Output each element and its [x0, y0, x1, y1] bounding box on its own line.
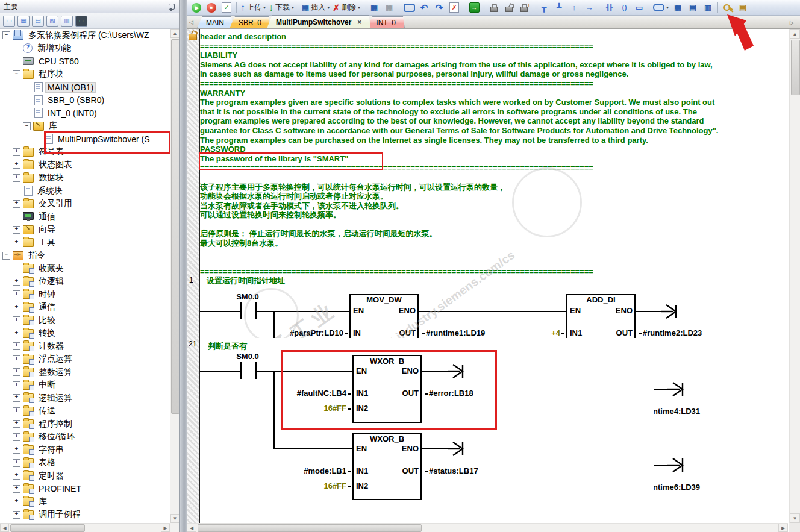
tree-item[interactable]: −通信	[0, 210, 170, 224]
dropdown-caret-icon[interactable]: ▾	[358, 5, 360, 10]
data-block-icon[interactable]: ▧	[46, 16, 58, 27]
expand-plus-icon[interactable]: +	[13, 498, 20, 505]
tree-item[interactable]: +字符串	[0, 443, 170, 457]
delete-button[interactable]: ✗删除▾	[331, 1, 361, 14]
tab-int_0[interactable]: INT_0	[367, 16, 405, 28]
dropdown-caret-icon[interactable]: ▾	[666, 5, 669, 10]
tab-sbr_0[interactable]: SBR_0	[230, 16, 270, 28]
expand-plus-icon[interactable]: +	[13, 368, 20, 376]
collapse-minus-icon[interactable]: −	[13, 70, 20, 78]
expand-plus-icon[interactable]: +	[13, 459, 20, 467]
expand-plus-icon[interactable]: +	[13, 511, 20, 519]
undo-icon[interactable]: ↶	[417, 1, 431, 14]
operand[interactable]: #runtime2:LD23	[639, 328, 702, 337]
ladder-editor[interactable]: 西门子工业 support.industry.siemens.com/cs he…	[187, 29, 788, 523]
operand-constant[interactable]: +4	[531, 328, 564, 337]
expand-plus-icon[interactable]: +	[13, 485, 20, 493]
tree-hscroll-thumb[interactable]	[10, 524, 85, 532]
scroll-down-icon[interactable]: ▼	[790, 513, 800, 523]
lock-add-icon[interactable]	[517, 1, 531, 14]
tree-item[interactable]: +工具	[0, 236, 170, 249]
tree-item[interactable]: +计数器	[0, 340, 170, 353]
branch-up-icon[interactable]: ┻	[552, 1, 566, 14]
tree-item[interactable]: +状态图表	[0, 158, 170, 172]
expand-plus-icon[interactable]: +	[13, 355, 20, 363]
tree-item[interactable]: +比较	[0, 314, 170, 327]
operand-constant[interactable]: 16#FF	[295, 481, 351, 490]
scroll-up-icon[interactable]: ▲	[170, 29, 180, 38]
tree-item[interactable]: +PROFINET	[0, 483, 170, 496]
expand-plus-icon[interactable]: +	[13, 394, 20, 402]
tab-close-icon[interactable]: ×	[357, 18, 361, 27]
expand-plus-icon[interactable]: +	[13, 420, 20, 428]
expand-plus-icon[interactable]: +	[13, 278, 20, 286]
dropdown-caret-icon[interactable]: ▾	[327, 5, 330, 10]
expand-plus-icon[interactable]: +	[13, 226, 20, 234]
tree-horizontal-scrollbar[interactable]: ◀ ▶	[0, 523, 170, 532]
contact-icon[interactable]: ┨┠	[602, 1, 616, 14]
expand-plus-icon[interactable]: +	[13, 407, 20, 415]
expand-plus-icon[interactable]: +	[13, 148, 20, 156]
coil-icon[interactable]: ( )	[617, 1, 631, 14]
panel-splitter[interactable]	[179, 0, 187, 532]
redo-icon[interactable]: ↷	[432, 1, 446, 14]
expand-plus-icon[interactable]: +	[13, 433, 20, 441]
lock-icon[interactable]	[487, 1, 501, 14]
tree-item[interactable]: −多泵轮换案例程序 (C:\Users\WZ	[0, 29, 170, 42]
operand[interactable]: #mode:LB1	[258, 466, 351, 475]
tree-item[interactable]: +库	[0, 495, 170, 509]
expand-plus-icon[interactable]: +	[13, 342, 20, 350]
scroll-up-icon[interactable]: ▲	[790, 29, 800, 39]
dropdown-caret-icon[interactable]: ▾	[263, 5, 266, 10]
expand-plus-icon[interactable]: +	[13, 290, 20, 298]
program-block-icon[interactable]: ▭	[3, 16, 15, 27]
run-icon[interactable]: ▶	[189, 1, 204, 14]
tree-item[interactable]: −程序块	[0, 68, 170, 81]
tree-vertical-scrollbar[interactable]: ▲ ▼	[170, 29, 180, 523]
expand-plus-icon[interactable]: +	[13, 304, 20, 311]
line-up-icon[interactable]: ↑	[567, 1, 581, 14]
tree-item[interactable]: +时钟	[0, 288, 170, 301]
scroll-right-icon[interactable]: ▶	[161, 524, 170, 532]
scroll-left-icon[interactable]: ◀	[187, 524, 196, 532]
expand-plus-icon[interactable]: +	[13, 381, 20, 389]
tab-scroll-right-icon[interactable]: ▷	[790, 20, 794, 26]
editor-horizontal-scrollbar[interactable]: ◀ ▶	[187, 523, 788, 532]
expand-plus-icon[interactable]: +	[13, 316, 20, 324]
tree-item[interactable]: +定时器	[0, 469, 170, 483]
expand-plus-icon[interactable]: +	[13, 472, 20, 480]
editor-vscroll-thumb[interactable]	[791, 40, 800, 95]
segment-off-icon[interactable]: ▦	[382, 1, 396, 14]
pin-icon[interactable]	[169, 4, 175, 10]
symbol-edit-icon[interactable]: ▥	[701, 1, 715, 14]
key-icon[interactable]	[720, 1, 735, 14]
operand[interactable]: #paraPtr:LD10	[259, 328, 348, 337]
editor-vertical-scrollbar[interactable]: ▲ ▼	[789, 29, 800, 523]
tag-icon[interactable]: ▾	[652, 1, 670, 14]
tab-scroll-left-icon[interactable]: ◁	[189, 19, 193, 25]
symbol-table-icon[interactable]: ▦	[17, 16, 30, 27]
tree-item[interactable]: −INT_0 (INT0)	[0, 107, 170, 120]
status-chart-icon[interactable]: ▤	[32, 16, 44, 27]
expand-plus-icon[interactable]: +	[13, 200, 20, 208]
segment-on-icon[interactable]: ▦	[367, 1, 381, 14]
tree-item[interactable]: −MAIN (OB1)	[0, 81, 170, 94]
unlock-icon[interactable]	[502, 1, 516, 14]
tree-item[interactable]: +数据块	[0, 172, 170, 185]
tree-item[interactable]: +程序控制	[0, 418, 170, 431]
tree-item[interactable]: +整数运算	[0, 366, 170, 379]
page-delete-icon[interactable]: ✗	[447, 1, 461, 14]
download-button[interactable]: ↓下载▾	[267, 1, 295, 14]
tree-item[interactable]: +逻辑运算	[0, 392, 170, 405]
tree-vscroll-thumb[interactable]	[171, 39, 180, 414]
expand-plus-icon[interactable]: +	[13, 161, 20, 169]
insert-button[interactable]: ▦插入▾	[301, 1, 331, 14]
tree-item[interactable]: −收藏夹	[0, 262, 170, 275]
table-edit-icon[interactable]: ▤	[686, 1, 700, 14]
tree-item[interactable]: +转换	[0, 327, 170, 340]
tree-item[interactable]: +移位/循环	[0, 431, 170, 444]
editor-hscroll-thumb[interactable]	[198, 524, 422, 532]
addr-table-icon[interactable]: ▦	[670, 1, 685, 14]
tree-item[interactable]: +通信	[0, 301, 170, 315]
scroll-right-icon[interactable]: ▶	[778, 524, 788, 532]
